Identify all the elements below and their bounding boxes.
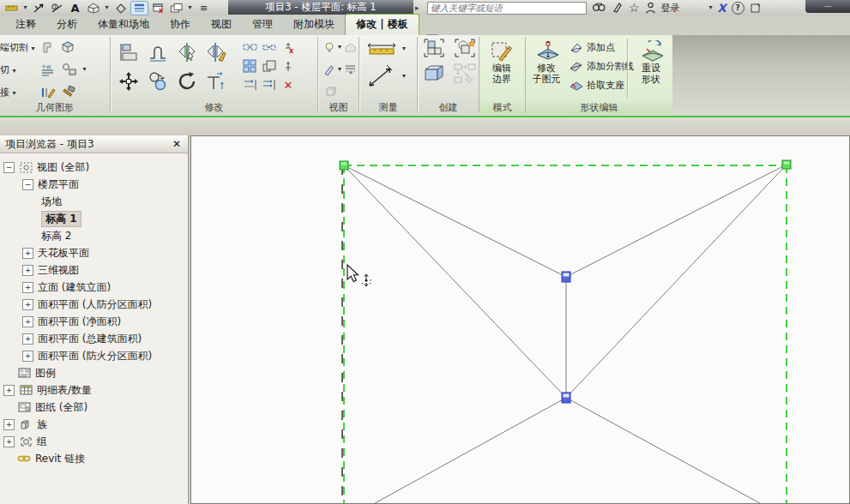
end-cut-button[interactable]: 端切割 ▾	[0, 41, 35, 54]
tree-item-面积平面--防火分区面积-[interactable]: +面积平面 (防火分区面积)	[0, 347, 188, 364]
tree-item-视图--全部-[interactable]: −视图 (全部)	[0, 159, 188, 176]
tree-item-立面--建筑立面-[interactable]: +立面 (建筑立面)	[0, 279, 188, 296]
tree-item-面积平面--净面积-[interactable]: +面积平面 (净面积)	[0, 313, 188, 330]
expand-icon[interactable]: +	[3, 385, 15, 396]
measure-icon[interactable]	[3, 2, 20, 15]
default-3d-view-icon[interactable]	[85, 2, 101, 15]
cut-button[interactable]: 切 ▾	[0, 63, 16, 76]
tree-item-标高-2[interactable]: 标高 2	[0, 227, 188, 244]
search-icon[interactable]	[592, 1, 606, 15]
array-linear-icon[interactable]	[243, 41, 258, 53]
collapse-icon[interactable]: −	[3, 162, 15, 173]
tree-item-组[interactable]: +组	[0, 433, 188, 450]
minimize-icon[interactable]: —	[824, 3, 832, 10]
cope-icon[interactable]	[40, 40, 55, 55]
join-geometry-icon[interactable]	[60, 40, 75, 55]
signin-dropdown-icon[interactable]: ▾	[709, 1, 713, 15]
close-hidden-windows-icon[interactable]: x	[150, 2, 166, 15]
mirror-draw-axis-icon[interactable]	[205, 41, 227, 63]
close-icon[interactable]: ✕	[171, 138, 183, 150]
delete-icon[interactable]: ✕	[284, 80, 293, 91]
ribbon-tab-2[interactable]: 体量和场地	[87, 15, 160, 35]
trim-extend-icon[interactable]	[205, 70, 227, 93]
expand-icon[interactable]: +	[22, 351, 33, 362]
subscription-center-icon[interactable]	[612, 1, 624, 15]
tree-item-族[interactable]: +族	[0, 416, 188, 433]
tree-item-天花板平面[interactable]: +天花板平面	[0, 244, 188, 261]
tree-item-图纸--全部-[interactable]: 图纸 (全部)	[0, 399, 188, 416]
ribbon-tab-7[interactable]: 修改 | 楼板	[345, 14, 419, 35]
pin-icon[interactable]	[282, 60, 294, 73]
tree-item-场地[interactable]: 场地	[0, 193, 188, 210]
wall-joins-icon[interactable]: +w	[40, 63, 56, 76]
tree-item-Revit-链接[interactable]: Revit 链接	[0, 450, 188, 467]
reset-shape-button[interactable]: 重设 形状	[632, 39, 670, 85]
ribbon-tab-4[interactable]: 视图	[201, 15, 242, 35]
tree-item-图例[interactable]: 图例	[0, 364, 188, 381]
title-expander-icon[interactable]: ▸	[415, 3, 422, 12]
edit-boundary-button[interactable]: 编辑 边界	[483, 39, 521, 85]
project-browser-titlebar[interactable]: 项目浏览器 - 项目3 ✕	[0, 135, 188, 153]
move-icon[interactable]	[118, 70, 140, 93]
favorites-star-icon[interactable]: ☆	[629, 1, 640, 15]
tree-item-面积平面--总建筑面积-[interactable]: +面积平面 (总建筑面积)	[0, 330, 188, 347]
shape-edge-5[interactable]	[344, 398, 566, 503]
expand-icon[interactable]: +	[3, 436, 15, 447]
paintbrush-icon[interactable]	[323, 63, 335, 75]
window-controls[interactable]: —	[805, 0, 850, 13]
ribbon-tab-5[interactable]: 管理	[242, 15, 283, 35]
signin-label[interactable]: 登录	[661, 2, 680, 15]
shape-edge-1[interactable]	[566, 165, 787, 277]
section-icon[interactable]	[112, 2, 129, 15]
switch-windows-dropdown-icon[interactable]: ▾	[186, 2, 194, 15]
expand-icon[interactable]: +	[3, 419, 15, 430]
unpin-icon[interactable]: x	[280, 41, 296, 54]
mirror-pick-axis-icon[interactable]	[176, 41, 198, 63]
create-similar-icon[interactable]	[453, 37, 477, 59]
tree-item-标高-1[interactable]: 标高 1	[0, 210, 188, 227]
underlay-icon[interactable]	[344, 63, 357, 75]
aligned-dimension-icon[interactable]: 1	[49, 2, 65, 15]
tree-item-明细表-数量[interactable]: +明细表/数量	[0, 381, 188, 399]
trim-single-icon[interactable]	[243, 79, 258, 91]
collapse-icon[interactable]: −	[22, 179, 33, 190]
scale-icon[interactable]	[262, 59, 277, 73]
expand-icon[interactable]: +	[22, 248, 33, 259]
ribbon-tab-1[interactable]: 分析	[46, 15, 87, 35]
tree-item-三维视图[interactable]: +三维视图	[0, 261, 188, 279]
rotate-icon[interactable]	[176, 70, 198, 93]
thin-lines-icon[interactable]	[130, 1, 148, 15]
expand-icon[interactable]: +	[22, 265, 33, 276]
copy-icon[interactable]	[147, 70, 169, 93]
view-dropdown-icon[interactable]: ▾	[103, 2, 111, 15]
beam-join-icon[interactable]	[61, 63, 78, 76]
frame-box-icon[interactable]	[323, 86, 336, 98]
expand-icon[interactable]: +	[22, 333, 33, 345]
save-library-icon[interactable]	[422, 63, 446, 85]
qat-customize-icon[interactable]: ≡	[196, 2, 212, 15]
shape-edge-0[interactable]	[344, 165, 566, 277]
house-3d-icon[interactable]	[344, 42, 357, 53]
help-panel-icon[interactable]	[750, 1, 762, 15]
linework-icon[interactable]	[40, 85, 56, 99]
shape-edge-6[interactable]	[566, 398, 787, 503]
ribbon-tab-3[interactable]: 协作	[160, 15, 201, 35]
scale-grid-icon[interactable]	[243, 59, 258, 73]
paste-aligned-icon[interactable]	[453, 63, 477, 85]
demolish-hammer-icon[interactable]	[61, 85, 76, 99]
expand-icon[interactable]: +	[22, 299, 33, 310]
pick-supports-button[interactable]: 拾取支座	[569, 76, 624, 93]
text-tool-icon[interactable]: A	[67, 2, 83, 15]
trim-multiple-icon[interactable]	[262, 79, 277, 91]
join-button[interactable]: 接 ▾	[0, 86, 16, 99]
switch-windows-icon[interactable]	[168, 2, 184, 15]
expand-icon[interactable]: +	[22, 316, 33, 327]
drawing-area[interactable]	[190, 135, 850, 504]
shape-edge-3[interactable]	[566, 165, 787, 398]
create-group-icon[interactable]	[422, 37, 446, 59]
lightbulb-icon[interactable]	[323, 41, 335, 54]
offset-icon[interactable]	[147, 41, 169, 63]
expand-icon[interactable]: +	[22, 282, 33, 293]
help-icon[interactable]: ?	[732, 2, 745, 15]
tree-item-楼层平面[interactable]: −楼层平面	[0, 176, 188, 193]
